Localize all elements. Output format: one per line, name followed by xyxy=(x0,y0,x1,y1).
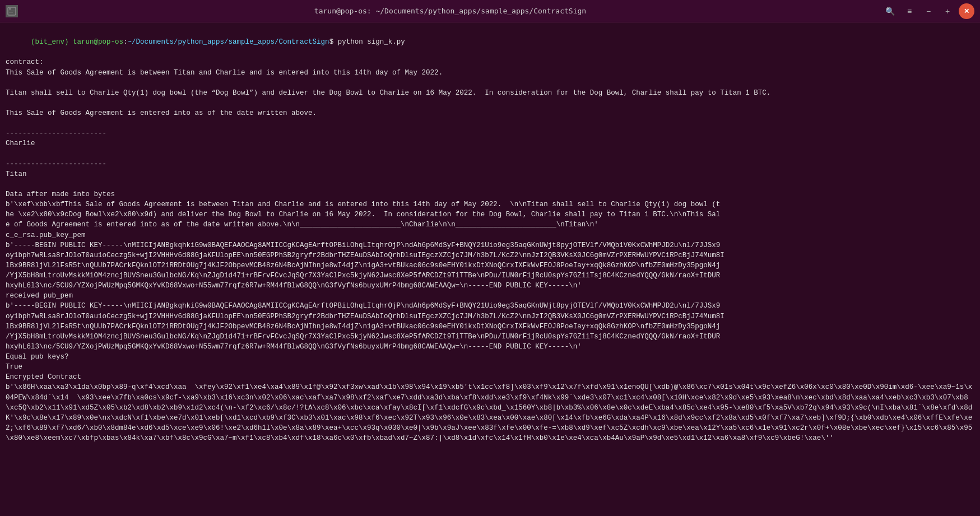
output-line-titan-rule: ------------------------ xyxy=(6,159,974,169)
window-title: tarun@pop-os: ~/Documents/python_apps/sa… xyxy=(314,7,586,15)
output-line-equal-label: Equal pub keys? xyxy=(6,352,974,362)
output-line-true: True xyxy=(6,362,974,372)
title-bar: tarun@pop-os: ~/Documents/python_apps/sa… xyxy=(0,0,980,22)
search-button[interactable]: 🔍 xyxy=(883,3,898,19)
output-line-4: Titan shall sell to Charlie Qty(1) dog b… xyxy=(6,88,974,98)
svg-rect-2 xyxy=(9,11,15,11)
output-line-data-label: Data after made into bytes xyxy=(6,189,974,199)
output-line-pubkey-1: b'-----BEGIN PUBLIC KEY-----\nMIICIjANBg… xyxy=(6,240,974,291)
output-line-charlie: Charlie xyxy=(6,138,974,148)
output-line-bytes: b'\xef\xbb\xbfThis Sale of Goods Agreeme… xyxy=(6,199,974,230)
output-line-pubkey-2: b'-----BEGIN PUBLIC KEY-----\nMIICIjANBg… xyxy=(6,301,974,352)
maximize-button[interactable]: + xyxy=(940,3,955,19)
terminal-icon xyxy=(6,5,18,17)
output-line-9 xyxy=(6,179,974,189)
output-line-6: This Sale of Goods Agreement is entered … xyxy=(6,108,974,118)
output-line-7 xyxy=(6,118,974,128)
output-line-titan: Titan xyxy=(6,169,974,179)
terminal-body: (bit_env) tarun@pop-os:~/Documents/pytho… xyxy=(0,22,980,516)
prompt-path: ~/Documents/python_apps/sample_apps/Cont… xyxy=(128,38,329,46)
minimize-button[interactable]: − xyxy=(921,3,936,19)
output-line-3 xyxy=(6,78,974,88)
svg-rect-1 xyxy=(9,8,11,10)
command-text: python sign_k.py xyxy=(333,38,405,46)
output-line-1: contract: xyxy=(6,57,974,67)
svg-rect-3 xyxy=(9,12,13,13)
output-line-2: This Sale of Goods Agreement is between … xyxy=(6,68,974,78)
terminal-window: tarun@pop-os: ~/Documents/python_apps/sa… xyxy=(0,0,980,516)
output-line-encrypted-label: Encrypted Contract xyxy=(6,372,974,382)
title-bar-left xyxy=(6,5,18,17)
menu-button[interactable]: ≡ xyxy=(902,3,917,19)
output-line-8 xyxy=(6,149,974,159)
prompt-line: (bit_env) tarun@pop-os:~/Documents/pytho… xyxy=(6,27,974,57)
output-line-encrypted: b'\x86H\xaa\xa3\x1da\x0bp\x89-q\xf4\xcd\… xyxy=(6,382,974,443)
output-line-received-label: received pub_pem xyxy=(6,291,974,301)
window-controls: 🔍 ≡ − + ✕ xyxy=(883,3,974,19)
prompt-user: (bit_env) tarun@pop-os xyxy=(31,38,123,46)
output-line-pubkey-label: c_e_rsa.pub_key_pem xyxy=(6,230,974,240)
close-button[interactable]: ✕ xyxy=(959,3,974,19)
output-line-5 xyxy=(6,98,974,108)
output-line-charlie-rule: ------------------------ xyxy=(6,128,974,138)
